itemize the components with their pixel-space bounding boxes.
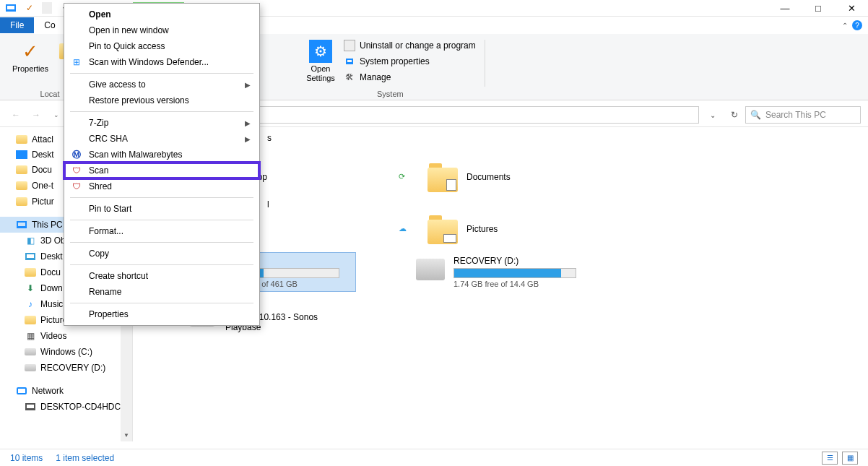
submenu-arrow-icon: ▶ [245,81,251,89]
properties-icon: ✓ [19,40,42,63]
manage-icon: 🛠 [344,72,355,83]
search-input[interactable]: 🔍 Search This PC [745,106,861,124]
folder-pictures[interactable]: ☁ Pictures [419,210,607,249]
cm-separator [70,220,253,220]
uninstall-program-button[interactable]: Uninstall or change a program [341,38,479,53]
refresh-button[interactable]: ↻ [726,107,742,123]
ribbon-collapse-icon[interactable]: ⌃ [842,22,848,30]
sidebar-item-label: DESKTOP-CD4HDCU [40,402,127,412]
malwarebytes-icon: Ⓜ [70,148,83,161]
cm-separator [70,197,253,198]
sidebar-item-label: This PC [32,220,63,230]
open-settings-label-1: Open [311,64,331,74]
system-properties-button[interactable]: System properties [341,54,479,69]
open-settings-label-2: Settings [306,74,335,83]
ribbon-group-label-system: System [377,90,404,100]
cm-open-new-window[interactable]: Open in new window [64,22,259,38]
uninstall-label: Uninstall or change a program [360,40,476,51]
cm-format[interactable]: Format... [64,223,259,239]
folder-icon [428,214,458,244]
gear-icon: ⚙ [309,40,332,63]
folder-icon [428,162,458,192]
nav-back-button[interactable]: ← [7,106,25,124]
cm-scan[interactable]: 🛡 Scan [64,163,259,178]
sidebar-item-label: Pictur [32,197,54,207]
drive-icon [416,259,445,280]
folder-label: Pictures [466,224,498,234]
cm-pin-start[interactable]: Pin to Start [64,201,259,217]
open-settings-button[interactable]: ⚙ Open Settings [302,37,339,90]
drive-free-text: 1.74 GB free of 14.4 GB [453,280,612,288]
cm-malwarebytes[interactable]: Ⓜ Scan with Malwarebytes [64,147,259,163]
help-icon[interactable]: ? [852,20,862,30]
system-properties-label: System properties [360,56,430,66]
mcafee-icon: 🛡 [70,164,83,177]
cm-copy[interactable]: Copy [64,246,259,262]
cloud-icon: ☁ [399,224,409,234]
address-dropdown-button[interactable]: ⌄ [705,107,721,123]
scroll-down-icon[interactable]: ▼ [121,430,131,440]
sidebar-item-label: One-t [32,181,53,191]
cm-windows-defender[interactable]: ⊞ Scan with Windows Defender... [64,54,259,70]
cm-7zip[interactable]: 7-Zip▶ [64,115,259,131]
sidebar-item-label: Docu [40,267,61,277]
sidebar-item-drive-d[interactable]: RECOVERY (D:) [0,360,132,376]
cm-separator [70,264,253,265]
mcafee-shred-icon: 🛡 [70,180,83,193]
manage-label: Manage [360,72,391,82]
drive-d[interactable]: RECOVERY (D:) 1.74 GB free of 14.4 GB [413,253,615,291]
ribbon-tab-computer-truncated[interactable]: Co [34,17,65,33]
sidebar-item-videos[interactable]: ▦Videos [0,328,132,344]
folder-documents[interactable]: ⟳ Documents [419,158,607,197]
context-menu: Open Open in new window Pin to Quick acc… [64,3,260,326]
cm-open[interactable]: Open [64,7,259,22]
cm-crc-sha[interactable]: CRC SHA▶ [64,131,259,147]
search-placeholder: Search This PC [765,110,826,120]
sidebar-item-label: Network [32,386,64,396]
drive-usage-bar [453,268,576,278]
folder-label: Documents [466,172,511,182]
drive-name: RECOVERY (D:) [453,256,612,266]
this-pc-icon [4,1,17,14]
ribbon-tab-file[interactable]: File [0,17,34,33]
defender-icon: ⊞ [70,56,83,69]
submenu-arrow-icon: ▶ [245,119,251,127]
sidebar-item-network[interactable]: Network [0,383,132,399]
cm-pin-quick-access[interactable]: Pin to Quick access [64,38,259,54]
window-close-button[interactable]: ✕ [835,0,868,17]
sidebar-item-label: Down [40,283,63,293]
sidebar-item-label: Videos [40,331,66,341]
cm-shred[interactable]: 🛡 Shred [64,178,259,194]
cm-separator [70,111,253,112]
qat-new-folder-icon[interactable] [42,2,52,14]
cm-separator [70,242,253,243]
system-properties-icon [344,56,355,67]
ribbon-group-system: ⚙ Open Settings Uninstall or change a pr… [296,37,485,100]
cm-create-shortcut[interactable]: Create shortcut [64,268,259,284]
sidebar-item-label: RECOVERY (D:) [40,363,105,373]
cm-restore-versions[interactable]: Restore previous versions [64,92,259,108]
sidebar-item-label: Deskt [32,150,54,160]
manage-button[interactable]: 🛠 Manage [341,70,479,85]
properties-button[interactable]: ✓ Properties [12,37,49,90]
cm-properties[interactable]: Properties [64,306,259,322]
sidebar-item-drive-c[interactable]: Windows (C:) [0,344,132,360]
icons-view-button[interactable]: ▦ [842,452,858,465]
properties-label: Properties [12,64,48,74]
sidebar-item-label: Deskt [40,251,63,262]
nav-recent-dropdown[interactable]: ⌄ [48,106,65,124]
cm-give-access[interactable]: Give access to▶ [64,77,259,92]
qat-properties-icon[interactable]: ✓ [23,1,36,14]
details-view-button[interactable]: ☰ [822,452,838,465]
window-maximize-button[interactable]: □ [802,0,835,17]
sidebar-item-label: Docu [32,165,52,175]
sidebar-item-label: Windows (C:) [40,347,92,357]
window-minimize-button[interactable]: — [768,0,802,17]
sidebar-item-label: Music [40,299,63,309]
nav-forward-button[interactable]: → [27,106,45,124]
submenu-arrow-icon: ▶ [245,135,251,143]
sidebar-item-label: Attacl [32,134,53,144]
sidebar-item-network-pc[interactable]: DESKTOP-CD4HDCU [0,399,132,415]
search-icon: 🔍 [750,110,761,120]
cm-rename[interactable]: Rename [64,284,259,300]
